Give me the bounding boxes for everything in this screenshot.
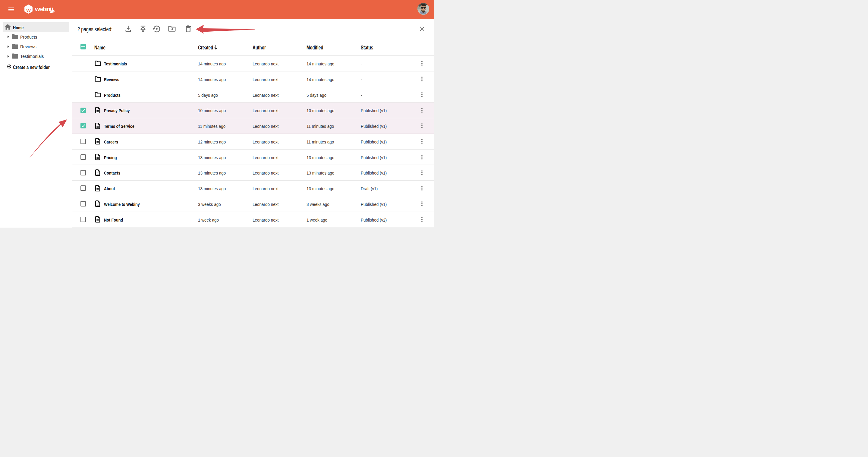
svg-text:w: w xyxy=(26,7,31,13)
